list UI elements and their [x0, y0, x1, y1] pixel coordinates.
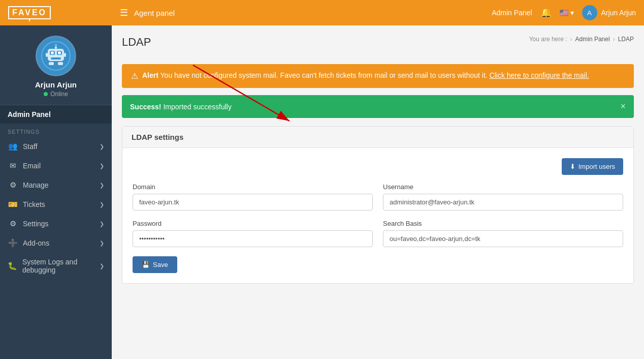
success-label: Success!: [130, 103, 161, 111]
sidebar: Arjun Arjun Online Admin Panel Settings …: [0, 25, 112, 359]
settings-icon: ⚙: [8, 219, 18, 228]
domain-input[interactable]: [133, 194, 373, 211]
svg-point-5: [58, 51, 61, 54]
form-row-2: Password Search Basis: [133, 220, 623, 247]
card-header: LDAP settings: [122, 127, 633, 148]
sidebar-item-addons[interactable]: ➕ Add-ons ❯: [0, 233, 112, 253]
panel-label: Admin Panel: [0, 105, 112, 124]
sidebar-item-manage[interactable]: ⚙ Manage ❯: [0, 175, 112, 195]
staff-label: Staff: [23, 142, 38, 151]
systemlogs-chevron: ❯: [100, 263, 104, 270]
card-body: ⬇ Import users Domain Username Password: [122, 148, 633, 283]
email-chevron: ❯: [100, 163, 104, 169]
staff-chevron: ❯: [100, 143, 104, 150]
flag-icon: 🇺🇸: [560, 9, 568, 17]
save-icon: 💾: [142, 261, 150, 268]
flag-chevron: ▾: [570, 9, 574, 17]
svg-rect-9: [46, 53, 48, 57]
online-dot: [44, 92, 48, 96]
user-menu[interactable]: A Arjun Arjun: [582, 5, 636, 20]
addons-label: Add-ons: [23, 239, 49, 247]
sidebar-item-addons-left: ➕ Add-ons: [8, 238, 49, 248]
import-icon: ⬇: [570, 163, 575, 170]
form-row-1: Domain Username: [133, 183, 623, 211]
bell-icon[interactable]: 🔔: [540, 7, 552, 18]
alert-icon: ⚠: [131, 71, 138, 81]
breadcrumb: You are here : › Admin Panel › LDAP: [529, 36, 634, 43]
systemlogs-icon: 🐛: [8, 261, 17, 271]
tickets-icon: 🎫: [8, 200, 18, 209]
sidebar-item-email-left: ✉ Email: [8, 161, 41, 170]
addons-chevron: ❯: [100, 240, 104, 247]
svg-rect-11: [49, 62, 54, 65]
staff-icon: 👥: [8, 142, 18, 151]
manage-label: Manage: [23, 181, 49, 189]
sidebar-item-tickets[interactable]: 🎫 Tickets ❯: [0, 195, 112, 214]
admin-panel-link[interactable]: Admin Panel: [492, 9, 532, 17]
svg-rect-10: [64, 53, 66, 57]
svg-rect-6: [51, 57, 61, 59]
breadcrumb-sep1: ›: [570, 36, 572, 43]
page-title: LDAP: [122, 36, 151, 49]
online-badge: Online: [44, 91, 68, 98]
main-content: LDAP You are here : › Admin Panel › LDAP…: [112, 25, 644, 359]
robot-face-icon: [41, 41, 71, 71]
avatar-small: A: [582, 5, 597, 20]
sidebar-item-systemlogs-left: 🐛 System Logs and debugging: [8, 258, 100, 274]
search-basis-input[interactable]: [383, 230, 623, 247]
username-input[interactable]: [383, 194, 623, 211]
top-nav: FAVEO ☰ Agent panel Admin Panel 🔔 🇺🇸 ▾ A…: [0, 0, 644, 25]
breadcrumb-admin-panel[interactable]: Admin Panel: [575, 36, 610, 43]
sidebar-item-manage-left: ⚙ Manage: [8, 181, 49, 190]
close-success-button[interactable]: ×: [620, 101, 626, 112]
password-field-group: Password: [133, 220, 373, 247]
import-users-button[interactable]: ⬇ Import users: [562, 158, 623, 175]
svg-point-8: [54, 44, 57, 47]
alert-title: Alert: [142, 71, 158, 79]
hamburger-icon[interactable]: ☰: [120, 7, 128, 18]
tickets-label: Tickets: [23, 200, 45, 208]
username-field-group: Username: [383, 183, 623, 211]
logo: FAVEO: [8, 6, 120, 19]
manage-chevron: ❯: [100, 182, 104, 189]
search-basis-label: Search Basis: [383, 220, 623, 227]
breadcrumb-you-are-here: You are here :: [529, 36, 567, 43]
password-input[interactable]: [133, 230, 373, 247]
online-status: Online: [50, 91, 68, 98]
svg-point-4: [51, 51, 54, 54]
import-users-label: Import users: [578, 163, 615, 170]
top-nav-right: Admin Panel 🔔 🇺🇸 ▾ A Arjun Arjun: [492, 5, 636, 20]
profile-name: Arjun Arjun: [35, 80, 77, 89]
sidebar-item-systemlogs[interactable]: 🐛 System Logs and debugging ❯: [0, 253, 112, 279]
sidebar-item-staff[interactable]: 👥 Staff ❯: [0, 137, 112, 156]
email-label: Email: [23, 162, 41, 170]
user-name-label: Arjun Arjun: [601, 9, 636, 17]
systemlogs-label: System Logs and debugging: [22, 258, 100, 274]
domain-field-group: Domain: [133, 183, 373, 211]
manage-icon: ⚙: [8, 181, 18, 190]
settings-chevron: ❯: [100, 221, 104, 227]
language-selector[interactable]: 🇺🇸 ▾: [560, 9, 574, 17]
save-button[interactable]: 💾 Save: [133, 256, 177, 273]
avatar-large: [36, 36, 76, 76]
svg-rect-12: [58, 62, 63, 65]
breadcrumb-current: LDAP: [618, 36, 634, 43]
addons-icon: ➕: [8, 238, 18, 248]
save-label: Save: [153, 261, 168, 268]
sidebar-item-settings[interactable]: ⚙ Settings ❯: [0, 214, 112, 233]
settings-section-label: Settings: [0, 124, 112, 137]
settings-label: Settings: [23, 220, 49, 228]
email-icon: ✉: [8, 161, 18, 170]
breadcrumb-sep2: ›: [613, 36, 615, 43]
sidebar-item-settings-left: ⚙ Settings: [8, 219, 49, 228]
password-label: Password: [133, 220, 373, 227]
ldap-settings-card: LDAP settings ⬇ Import users Domain User…: [122, 126, 634, 284]
alert-link[interactable]: Click here to configure the mail.: [490, 71, 589, 79]
sidebar-item-email[interactable]: ✉ Email ❯: [0, 156, 112, 175]
sidebar-item-tickets-left: 🎫 Tickets: [8, 200, 45, 209]
sidebar-profile: Arjun Arjun Online: [0, 25, 112, 105]
username-label: Username: [383, 183, 623, 191]
svg-line-14: [193, 65, 289, 121]
domain-label: Domain: [133, 183, 373, 191]
sidebar-item-staff-left: 👥 Staff: [8, 142, 38, 151]
